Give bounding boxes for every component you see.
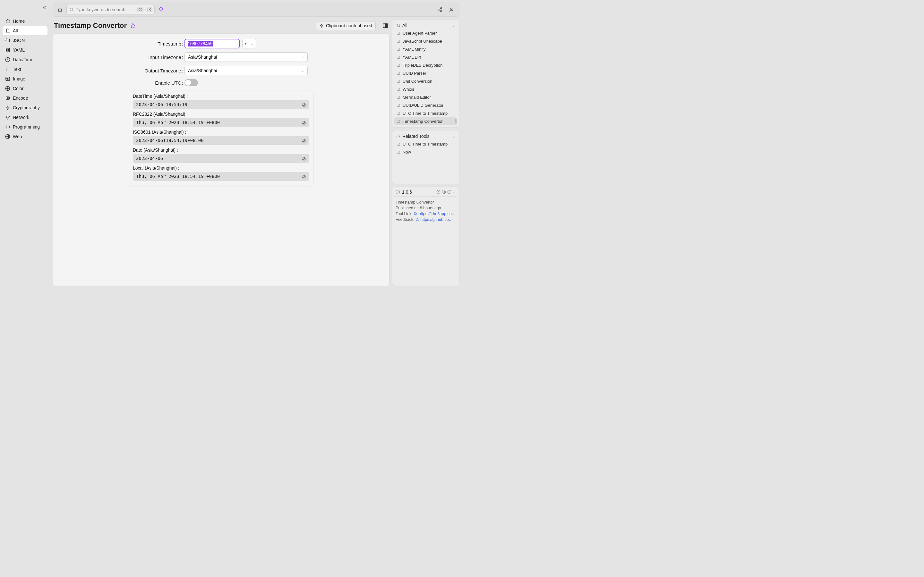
nav-item-web[interactable]: Web (3, 132, 47, 141)
nav-item-color[interactable]: Color (3, 84, 47, 93)
bolt-icon (5, 105, 10, 110)
tool-link[interactable]: https://t.he3app.co… (419, 211, 456, 216)
result-value: Thu, 06 Apr 2023 18:54:19 +0800 (133, 172, 309, 181)
info-icon (396, 190, 400, 194)
copy-button[interactable] (301, 102, 306, 107)
tool-item-label: YAML Diff (403, 55, 421, 60)
result-label: DateTime (Asia/Shanghai) : (133, 93, 309, 99)
clipboard-used-label: Clipboard content used (326, 23, 372, 28)
feedback-link[interactable]: https://github.com/… (420, 218, 457, 222)
input-timezone-select[interactable]: Asia/Shanghai ⌄ (184, 52, 308, 62)
search-icon (69, 7, 74, 12)
code-icon (5, 124, 10, 129)
tool-item-uuid-ulid-generator[interactable]: UUID/ULID Generator (394, 101, 457, 109)
svg-point-13 (438, 9, 439, 10)
favorite-button[interactable] (130, 23, 136, 29)
tool-item-timestamp-convertor[interactable]: Timestamp Convertor (394, 117, 457, 125)
copy-button[interactable] (301, 156, 306, 161)
tool-item-javascript-unescape[interactable]: JavaScript Unescape (394, 37, 457, 45)
message-icon[interactable] (415, 218, 419, 221)
copy-icon[interactable] (414, 212, 417, 216)
result-block: RFC2822 (Asia/Shanghai) :Thu, 06 Apr 202… (133, 111, 309, 127)
right-panel-toggle[interactable] (383, 23, 388, 29)
share-button[interactable] (435, 6, 444, 13)
svg-rect-18 (303, 104, 305, 106)
svg-point-11 (70, 8, 73, 11)
tool-item-label: JavaScript Unescape (403, 39, 442, 44)
nav-item-image[interactable]: Image (3, 74, 47, 83)
tool-item-yaml-minify[interactable]: YAML Minify (394, 45, 457, 53)
scrollbar-thumb[interactable] (455, 119, 457, 123)
nav-item-label: Color (13, 86, 23, 91)
bell-icon (397, 142, 401, 146)
output-timezone-select[interactable]: Asia/Shanghai ⌄ (184, 66, 308, 75)
tool-item-utc-time-to-timestamp[interactable]: UTC Time to Timestamp (394, 109, 457, 117)
related-item-utc-time-to-timestamp[interactable]: UTC Time to Timestamp (394, 140, 457, 148)
tool-item-whois[interactable]: Whois (394, 85, 457, 93)
search-box[interactable]: ⌘ + K (66, 5, 155, 15)
bell-icon (397, 103, 401, 107)
chevron-down-icon[interactable]: ⌄ (453, 190, 456, 194)
all-tools-header[interactable]: All ⌄ (394, 21, 457, 29)
copy-button[interactable] (301, 120, 306, 125)
svg-rect-24 (303, 158, 305, 160)
check-circle-icon[interactable] (447, 190, 451, 194)
bolt-icon (320, 23, 324, 28)
topbar: ⌘ + K (53, 3, 459, 17)
result-label: RFC2822 (Asia/Shanghai) : (133, 111, 309, 117)
page-title: Timestamp Convertor (54, 21, 127, 30)
enable-utc-toggle[interactable] (184, 79, 198, 86)
unit-value: s (245, 41, 247, 46)
copy-button[interactable] (301, 138, 306, 143)
user-button[interactable] (447, 6, 456, 13)
text-icon (5, 67, 10, 72)
globe-icon (5, 134, 10, 139)
bell-icon (397, 63, 401, 67)
nav-item-all[interactable]: All (3, 26, 47, 35)
nav-item-date-time[interactable]: Date/Time (3, 55, 47, 64)
palette-icon (5, 86, 10, 91)
tool-item-label: UTC Time to Timestamp (403, 111, 447, 116)
related-item-label: UTC Time to Timestamp (403, 142, 447, 147)
nav-item-label: Home (13, 19, 25, 24)
tool-item-label: YAML Minify (403, 47, 426, 52)
nav-item-encode[interactable]: Encode (3, 93, 47, 103)
clipboard-used-button[interactable]: Clipboard content used (316, 21, 376, 30)
tool-item-label: Whois (403, 87, 414, 92)
clock-icon[interactable] (436, 190, 441, 194)
nav-item-text[interactable]: Text (3, 65, 47, 74)
info-tool-link: Tool Link: https://t.he3app.co… (394, 211, 457, 217)
search-input[interactable] (76, 7, 136, 12)
nav-item-json[interactable]: JSON (3, 36, 47, 45)
left-sidebar: HomeAllJSONYAMLDate/TimeTextImageColorEn… (0, 0, 50, 288)
related-item-now[interactable]: Now (394, 148, 457, 156)
svg-rect-21 (302, 121, 305, 123)
copy-button[interactable] (301, 174, 306, 179)
tool-item-unit-conversion[interactable]: Unit Conversion (394, 77, 457, 85)
tool-item-user-agent-parser[interactable]: User Agent Parser (394, 29, 457, 37)
home-button[interactable] (56, 6, 64, 13)
svg-rect-1 (8, 48, 9, 50)
nav-item-label: Image (13, 76, 25, 81)
chevron-down-icon: ⌄ (452, 134, 455, 139)
nav-item-home[interactable]: Home (3, 17, 47, 26)
tool-item-yaml-diff[interactable]: YAML Diff (394, 53, 457, 61)
related-tools-header[interactable]: Related Tools ⌄ (394, 132, 457, 140)
unit-select[interactable]: s ⌄ (242, 39, 256, 48)
tool-item-uuid-parser[interactable]: UUID Parser (394, 69, 457, 77)
nav-item-programming[interactable]: Programming (3, 122, 47, 131)
svg-rect-33 (414, 213, 416, 214)
related-item-label: Now (403, 150, 411, 155)
tips-button[interactable] (157, 6, 165, 13)
result-block: ISO8601 (Asia/Shanghai) :2023-04-06T18:5… (133, 129, 309, 145)
nav-item-network[interactable]: Network (3, 113, 47, 122)
version-label: 1.0.6 (402, 189, 412, 195)
tool-item-mermaid-editor[interactable]: Mermaid Editor (394, 93, 457, 101)
nav-item-yaml[interactable]: YAML (3, 45, 47, 55)
input-timezone-value: Asia/Shanghai (188, 55, 217, 60)
timestamp-input[interactable]: 1680778459 (184, 39, 240, 48)
tool-item-tripledes-decryption[interactable]: TripleDES Decryption (394, 61, 457, 69)
nav-item-cryptography[interactable]: Cryptography (3, 103, 47, 112)
globe-icon[interactable] (442, 190, 446, 194)
collapse-sidebar-button[interactable] (42, 5, 47, 10)
